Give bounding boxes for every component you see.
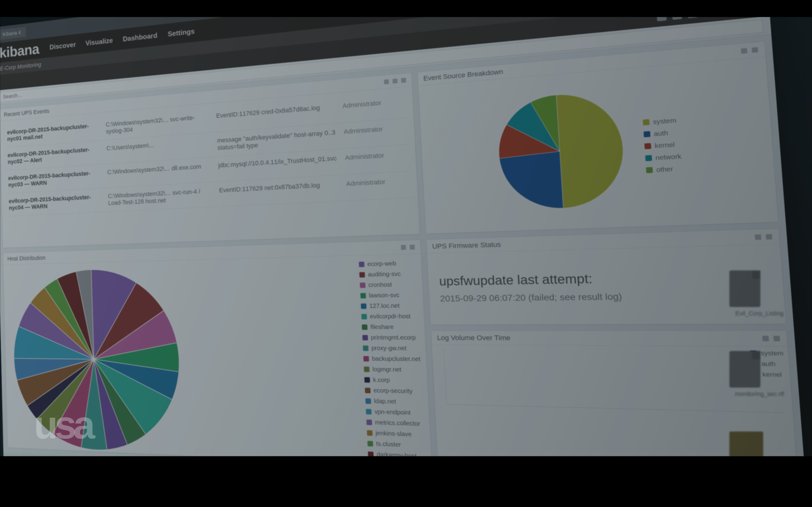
- action-icon[interactable]: [672, 17, 682, 20]
- nav-settings[interactable]: Settings: [167, 27, 195, 38]
- bar-segment: [697, 410, 719, 411]
- legend-item[interactable]: jenkins-slave: [367, 429, 424, 438]
- legend-item[interactable]: logmgr.net: [364, 365, 421, 374]
- dashboard-grid: Recent UPS Events evilcorp-DR-2015-backu…: [0, 35, 806, 456]
- panel-control-icon[interactable]: [401, 78, 406, 83]
- legend-swatch-icon: [366, 419, 372, 425]
- bar-column[interactable]: [697, 410, 719, 411]
- bar-segment: [555, 407, 576, 407]
- action-icon[interactable]: [688, 17, 698, 18]
- legend-label: jenkins-slave: [375, 430, 412, 438]
- legend-item[interactable]: system: [643, 116, 679, 126]
- legend-label: ecorp-security: [373, 387, 413, 395]
- desktop-file[interactable]: Evil_Corp_Listing: [729, 270, 790, 317]
- legend-item[interactable]: proxy-gw.net: [363, 344, 420, 352]
- legend-swatch-icon: [363, 345, 368, 351]
- legend-label: darkarmy-host: [376, 451, 417, 456]
- legend-item[interactable]: network: [645, 153, 682, 162]
- bar-column[interactable]: [639, 409, 660, 409]
- legend-item[interactable]: auditing-svc: [359, 270, 416, 278]
- panel-control-icon[interactable]: [409, 244, 415, 249]
- panel-control-icon[interactable]: [401, 245, 406, 250]
- nav-visualize[interactable]: Visualize: [86, 36, 113, 47]
- panel-control-icon[interactable]: [755, 234, 762, 240]
- legend-item[interactable]: printmgmt.ecorp: [362, 334, 419, 341]
- panel-control-icon[interactable]: [384, 79, 389, 84]
- legend-swatch-icon: [365, 388, 370, 393]
- legend-item[interactable]: darkarmy-host: [368, 451, 426, 456]
- legend-label: ecorp-web: [367, 260, 396, 268]
- legend-item[interactable]: metrics.collector: [366, 418, 424, 427]
- bar-segment: [502, 406, 522, 406]
- bar-column[interactable]: [610, 408, 631, 409]
- bar-column[interactable]: [668, 409, 689, 410]
- legend-label: auth: [654, 129, 668, 138]
- desktop-folder[interactable]: [729, 432, 790, 456]
- table-cell: Administrator: [342, 171, 413, 201]
- legend-item[interactable]: auth: [644, 128, 680, 138]
- panel-control-icon[interactable]: [766, 234, 772, 239]
- desktop-icons: Evil_Corp_Listing monitoring_sec.rtf E-C…: [729, 270, 790, 456]
- nav-dashboard[interactable]: Dashboard: [123, 31, 157, 43]
- legend-label: vpn-endpoint: [374, 408, 411, 416]
- legend-label: lawson-svc: [369, 291, 400, 299]
- bar-segment: [668, 409, 689, 410]
- legend-item[interactable]: fileshare: [362, 323, 419, 330]
- desktop-file[interactable]: monitoring_sec.rtf: [729, 351, 790, 398]
- status-headline: upsfwupdate last attempt:: [439, 268, 769, 288]
- pie-slice[interactable]: [499, 151, 563, 210]
- bar-segment: [583, 407, 603, 408]
- bar-column[interactable]: [528, 406, 548, 407]
- bar-column[interactable]: [502, 406, 522, 406]
- action-icon[interactable]: [657, 17, 667, 21]
- bar-column[interactable]: [583, 407, 603, 408]
- table-cell: Administrator: [339, 118, 410, 149]
- legend-item[interactable]: ecorp-web: [359, 260, 416, 268]
- legend-label: k.corp: [373, 376, 390, 384]
- table-cell: Administrator: [338, 92, 409, 123]
- legend-swatch-icon: [361, 303, 366, 309]
- legend-item[interactable]: evilcorpdr-host: [361, 313, 418, 320]
- legend-swatch-icon: [368, 451, 374, 456]
- legend-item[interactable]: vpn-endpoint: [366, 408, 423, 417]
- legend-label: ts.cluster: [376, 440, 401, 448]
- legend-item[interactable]: backupcluster.net: [363, 355, 420, 363]
- panel-control-icon[interactable]: [392, 78, 397, 83]
- panel-control-icon[interactable]: [741, 48, 747, 54]
- bar-segment: [476, 405, 495, 406]
- legend-label: metrics.collector: [375, 419, 420, 427]
- bar-column[interactable]: [476, 405, 495, 406]
- bar-segment: [528, 406, 548, 407]
- status-detail: 2015-09-29 06:07:20 (failed; see result …: [440, 289, 770, 303]
- legend-item[interactable]: ts.cluster: [367, 440, 425, 449]
- panel-source-pie: Event Source Breakdown systemauthkerneln…: [417, 41, 778, 234]
- legend-swatch-icon: [360, 283, 365, 288]
- bar-column[interactable]: [555, 407, 576, 407]
- legend-item[interactable]: ldap.net: [365, 397, 423, 406]
- bar-segment: [451, 404, 469, 405]
- table-cell: Administrator: [340, 145, 411, 175]
- bar-segment: [668, 409, 689, 410]
- legend-swatch-icon: [359, 262, 364, 267]
- legend-item[interactable]: other: [646, 165, 682, 174]
- legend-swatch-icon: [362, 335, 368, 340]
- legend-swatch-icon: [364, 367, 369, 372]
- panel-events: Recent UPS Events evilcorp-DR-2015-backu…: [0, 72, 420, 248]
- legend-item[interactable]: k.corp: [364, 376, 422, 384]
- bar-segment: [639, 409, 660, 409]
- legend-item[interactable]: cronhost: [360, 281, 417, 289]
- legend-swatch-icon: [367, 441, 373, 446]
- legend-swatch-icon: [363, 356, 369, 361]
- bar-column[interactable]: [451, 404, 469, 405]
- browser-tab[interactable]: Kibana 4: [0, 27, 26, 40]
- legend-item[interactable]: ecorp-security: [365, 387, 422, 395]
- legend-label: other: [656, 165, 673, 173]
- legend-label: system: [653, 117, 676, 126]
- pie-slice[interactable]: [556, 90, 627, 208]
- legend-item[interactable]: 127.loc.net: [361, 302, 417, 309]
- legend-item[interactable]: kernel: [644, 140, 681, 150]
- panel-control-icon[interactable]: [752, 47, 758, 53]
- bar-segment: [476, 405, 495, 406]
- nav-discover[interactable]: Discover: [49, 40, 76, 51]
- legend-item[interactable]: lawson-svc: [360, 291, 417, 299]
